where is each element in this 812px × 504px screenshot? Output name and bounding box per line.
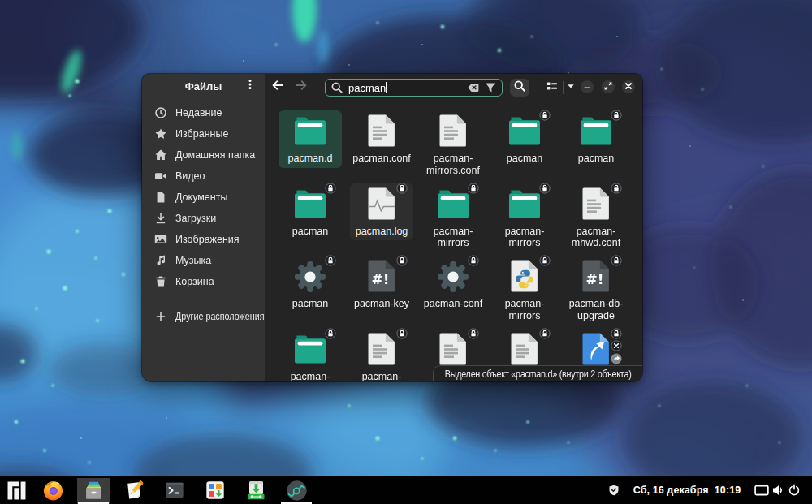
file-name: pacman bbox=[578, 153, 614, 168]
restore-button[interactable] bbox=[602, 80, 615, 93]
file-item[interactable]: pacman bbox=[493, 110, 556, 168]
sidebar-separator bbox=[150, 299, 257, 299]
file-item[interactable]: pacman.log bbox=[350, 183, 413, 241]
software-manager-icon bbox=[205, 480, 226, 501]
arrow-right-icon bbox=[295, 79, 308, 95]
file-item[interactable]: pacman- bbox=[350, 329, 413, 382]
file-name: pacman- bbox=[291, 371, 330, 382]
view-switcher bbox=[541, 79, 577, 97]
star-icon bbox=[154, 127, 167, 140]
manjaro-menu-icon bbox=[7, 481, 26, 500]
file-item[interactable]: pacman- mirrors bbox=[493, 183, 556, 252]
file-item[interactable]: pacman.conf bbox=[350, 110, 413, 168]
sidebar-item-download[interactable]: Загрузки bbox=[142, 208, 265, 229]
taskbar-app-file-manager[interactable] bbox=[73, 476, 114, 504]
folder-icon bbox=[291, 112, 330, 151]
display-tray-icon[interactable] bbox=[754, 484, 770, 497]
taskbar-app-manjaro-menu[interactable] bbox=[0, 476, 32, 504]
emblem-lock-icon bbox=[325, 255, 336, 266]
menu-button[interactable] bbox=[241, 77, 259, 95]
file-item[interactable]: pacman-conf bbox=[421, 256, 485, 313]
sidebar-item-document[interactable]: Документы bbox=[142, 187, 265, 208]
emblem-lock-icon bbox=[468, 255, 479, 266]
close-icon bbox=[624, 80, 633, 94]
minimize-button[interactable] bbox=[581, 80, 594, 93]
sidebar: Файлы НедавниеИзбранныеДомашняя папкаВид… bbox=[142, 74, 265, 381]
headerbar: pacman bbox=[265, 74, 642, 100]
emblem-cross-icon bbox=[611, 340, 622, 351]
back-button[interactable] bbox=[268, 78, 287, 96]
file-item[interactable]: #!pacman-db- upgrade bbox=[564, 256, 628, 325]
chevron-down-icon bbox=[565, 80, 577, 95]
file-item[interactable]: #!pacman-key bbox=[350, 256, 413, 313]
sidebar-item-image[interactable]: Изображения bbox=[142, 229, 265, 250]
taskbar-app-software-manager[interactable] bbox=[195, 476, 235, 504]
file-name: pacman bbox=[292, 226, 328, 241]
sidebar-item-label: Другие расположения bbox=[175, 311, 264, 322]
svg-text:#!: #! bbox=[372, 271, 390, 287]
file-item[interactable]: pacman.d bbox=[279, 110, 342, 168]
file-item[interactable]: pacman- mirrors.conf bbox=[421, 110, 485, 179]
forward-button[interactable] bbox=[292, 78, 311, 96]
close-button[interactable] bbox=[622, 80, 635, 93]
taskbar-apps bbox=[0, 476, 317, 504]
sidebar-item-label: Видео bbox=[175, 170, 205, 182]
filter-icon[interactable] bbox=[484, 81, 497, 94]
sidebar-item-home[interactable]: Домашняя папка bbox=[142, 144, 265, 166]
emblem-lock-icon bbox=[396, 183, 408, 194]
log-icon bbox=[362, 185, 401, 224]
file-item[interactable]: pacman bbox=[279, 183, 342, 241]
file-item[interactable]: pacman- mirrors bbox=[421, 183, 485, 252]
view-options-button[interactable] bbox=[564, 79, 577, 97]
view-list-button[interactable] bbox=[541, 79, 563, 97]
file-name: pacman-conf bbox=[424, 298, 482, 313]
emblem-lock-icon bbox=[468, 328, 479, 339]
clear-search-icon[interactable] bbox=[467, 81, 480, 94]
taskbar-app-firefox[interactable] bbox=[32, 476, 73, 504]
video-icon bbox=[154, 170, 167, 183]
file-item[interactable]: pacman- mhwd.conf bbox=[564, 183, 628, 252]
sidebar-item-star[interactable]: Избранные bbox=[142, 123, 265, 144]
taskbar-app-package-installer[interactable] bbox=[235, 476, 276, 504]
script-icon: #! bbox=[362, 257, 401, 296]
emblem-lock-icon bbox=[325, 183, 336, 194]
sidebar-item-label: Избранные bbox=[175, 128, 228, 140]
power-tray-icon[interactable] bbox=[788, 484, 801, 497]
clock[interactable]: Сб, 16 декабря 10:19 bbox=[633, 485, 741, 496]
search-input[interactable]: pacman bbox=[325, 79, 503, 97]
file-name: pacman- mirrors.conf bbox=[426, 153, 480, 179]
main-area: pacman bbox=[265, 74, 642, 381]
sidebar-item-music[interactable]: Музыка bbox=[142, 250, 265, 271]
sidebar-item-recent[interactable]: Недавние bbox=[142, 102, 265, 123]
search-toggle-button[interactable] bbox=[510, 79, 529, 97]
sidebar-item-label: Документы bbox=[175, 192, 227, 203]
file-item[interactable]: pacman bbox=[279, 256, 342, 313]
sidebar-item-trash[interactable]: Корзина bbox=[142, 271, 265, 292]
file-item[interactable]: pacman- bbox=[279, 329, 342, 382]
emblem-lock-icon bbox=[611, 328, 622, 339]
emblem-lock-icon bbox=[539, 328, 551, 339]
sidebar-item-other-locations[interactable]: Другие расположения bbox=[142, 306, 265, 327]
status-text: Выделен объект «pacman.d» (внутри 2 объе… bbox=[445, 368, 632, 380]
file-name: pacman.conf bbox=[352, 153, 411, 168]
document-icon bbox=[154, 191, 167, 204]
taskbar-app-terminal[interactable] bbox=[154, 476, 195, 504]
file-item[interactable]: pacman bbox=[564, 110, 628, 168]
emblem-lock-icon bbox=[539, 110, 551, 121]
system-monitor-icon bbox=[286, 480, 308, 502]
sidebar-item-label: Домашняя папка bbox=[175, 149, 255, 161]
file-name: pacman- bbox=[362, 371, 402, 382]
taskbar-app-system-monitor[interactable] bbox=[276, 476, 317, 504]
emblem-link-icon bbox=[611, 353, 622, 364]
taskbar-app-text-editor[interactable] bbox=[114, 476, 154, 504]
sidebar-item-video[interactable]: Видео bbox=[142, 166, 265, 187]
folder-icon bbox=[291, 330, 330, 369]
emblem-lock-icon bbox=[611, 255, 622, 266]
emblem-lock-icon bbox=[468, 183, 479, 194]
volume-tray-icon[interactable] bbox=[771, 484, 786, 497]
emblem-lock-icon bbox=[396, 255, 408, 266]
package-installer-icon bbox=[245, 480, 267, 502]
file-name: pacman- mirrors bbox=[505, 226, 545, 252]
shield-tray-icon[interactable] bbox=[609, 485, 620, 496]
file-item[interactable]: pacman- mirrors bbox=[493, 256, 556, 325]
